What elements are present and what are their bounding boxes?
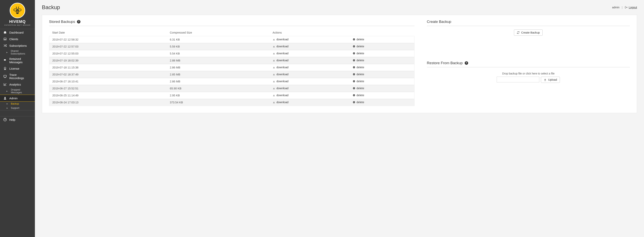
download-link[interactable]: download: [272, 94, 288, 97]
delete-icon: [353, 80, 355, 82]
download-label: download: [276, 38, 288, 41]
sidebar-sub-label: Dropped Messages: [11, 88, 32, 94]
help-badge-icon[interactable]: ?: [77, 20, 80, 24]
delete-link[interactable]: delete: [353, 101, 364, 104]
delete-link[interactable]: delete: [353, 94, 364, 97]
download-link[interactable]: download: [272, 52, 288, 55]
svg-rect-11: [4, 75, 6, 77]
delete-link[interactable]: delete: [353, 52, 364, 55]
sidebar-item-label: Trace Recordings: [9, 73, 32, 80]
download-link[interactable]: download: [272, 38, 288, 41]
cell-start-date: 2019-06-24 17:03:13: [49, 99, 167, 106]
dropzone-label: Drop backup file or click here to select…: [427, 72, 630, 75]
help-badge-icon[interactable]: ?: [465, 61, 468, 65]
delete-link[interactable]: delete: [353, 66, 364, 69]
download-icon: [272, 101, 275, 104]
download-link[interactable]: download: [272, 80, 288, 83]
download-link[interactable]: download: [272, 87, 288, 90]
file-drop-input[interactable]: [497, 76, 539, 82]
delete-link[interactable]: delete: [353, 45, 364, 48]
download-label: download: [276, 94, 288, 97]
sidebar: HIVEMQ ENTERPRISE MQTT BROKER Dashboard …: [0, 0, 35, 237]
sidebar-item-analytics[interactable]: Analytics: [0, 81, 35, 88]
laptop-icon: [3, 37, 7, 41]
logout-label: Logout: [629, 6, 637, 9]
cell-compressed-size: 2.86 MB: [167, 64, 270, 71]
cell-compressed-size: 5.59 KB: [167, 43, 270, 50]
download-link[interactable]: download: [272, 66, 288, 69]
svg-rect-9: [4, 38, 6, 40]
cell-action-download: download: [270, 43, 350, 50]
cell-action-delete: delete: [350, 57, 414, 64]
sidebar-item-retained-messages[interactable]: Retained Messages: [0, 56, 35, 65]
download-link[interactable]: download: [272, 73, 288, 76]
delete-label: delete: [356, 59, 364, 62]
svg-point-8: [18, 6, 19, 7]
table-row: 2019-06-27 16:10:412.86 MBdownloaddelete: [49, 78, 414, 85]
download-icon: [272, 94, 275, 96]
delete-link[interactable]: delete: [353, 73, 364, 76]
delete-label: delete: [356, 45, 364, 48]
logout-link[interactable]: Logout: [625, 6, 637, 9]
delete-icon: [353, 73, 355, 76]
download-label: download: [276, 66, 288, 69]
col-start-date: Start Date: [49, 30, 167, 36]
sidebar-item-label: Help: [9, 118, 15, 122]
main-nav: Dashboard Clients Subscriptions ▶ Shared…: [0, 29, 35, 110]
delete-icon: [353, 52, 355, 55]
cell-compressed-size: 6.31 KB: [167, 36, 270, 43]
sidebar-item-license[interactable]: License: [0, 65, 35, 72]
logout-icon: [625, 6, 628, 9]
create-backup-title-row: Create Backup: [427, 20, 630, 26]
create-backup-button[interactable]: Create Backup: [514, 30, 542, 36]
sidebar-sub-dropped-messages[interactable]: ▶ Dropped Messages: [0, 88, 35, 95]
download-link[interactable]: download: [272, 101, 288, 104]
download-link[interactable]: download: [272, 45, 288, 48]
shuffle-icon: [3, 44, 7, 48]
display-icon: [3, 74, 7, 78]
delete-icon: [353, 45, 355, 48]
svg-rect-2: [16, 12, 19, 12]
create-backup-row: Create Backup: [427, 26, 630, 44]
svg-point-14: [5, 120, 5, 121]
sidebar-item-dashboard[interactable]: Dashboard: [0, 29, 35, 36]
table-row: 2019-06-24 17:03:13373.54 KBdownloaddele…: [49, 99, 414, 106]
dropzone: Upload: [427, 76, 630, 83]
delete-link[interactable]: delete: [353, 80, 364, 83]
download-icon: [272, 38, 275, 41]
create-backup-label: Create Backup: [521, 31, 540, 34]
upload-button[interactable]: Upload: [541, 76, 560, 83]
sidebar-item-help[interactable]: Help: [0, 116, 35, 123]
page-title: Backup: [42, 4, 612, 10]
delete-link[interactable]: delete: [353, 38, 364, 41]
delete-icon: [353, 87, 355, 90]
cell-action-download: download: [270, 71, 350, 78]
section-title: Create Backup: [427, 20, 451, 24]
delete-icon: [353, 59, 355, 62]
sidebar-sub-backup[interactable]: ▶ Backup: [0, 102, 35, 106]
download-label: download: [276, 101, 288, 104]
sidebar-item-trace-recordings[interactable]: Trace Recordings: [0, 72, 35, 81]
sidebar-item-subscriptions[interactable]: Subscriptions: [0, 42, 35, 49]
table-row: 2019-07-19 18:02:392.88 MBdownloaddelete: [49, 57, 414, 64]
table-row: 2019-07-22 12:55:035.54 KBdownloaddelete: [49, 50, 414, 57]
download-icon: [272, 80, 275, 82]
sidebar-item-label: Admin: [9, 96, 18, 100]
cell-action-delete: delete: [350, 36, 414, 43]
sidebar-sub-support[interactable]: ▶ Support: [0, 106, 35, 110]
delete-label: delete: [356, 52, 364, 55]
cell-action-download: download: [270, 36, 350, 43]
download-label: download: [276, 87, 288, 90]
col-actions: Actions: [270, 30, 414, 36]
delete-link[interactable]: delete: [353, 59, 364, 62]
cell-start-date: 2019-07-18 11:15:38: [49, 64, 167, 71]
cell-start-date: 2019-07-22 12:58:32: [49, 36, 167, 43]
delete-link[interactable]: delete: [353, 87, 364, 90]
logo: HIVEMQ ENTERPRISE MQTT BROKER: [0, 0, 35, 28]
sidebar-item-clients[interactable]: Clients: [0, 36, 35, 42]
sidebar-sub-shared-subscriptions[interactable]: ▶ Shared Subscriptions: [0, 49, 35, 56]
brand-tagline: ENTERPRISE MQTT BROKER: [4, 24, 30, 26]
table-row: 2019-07-02 18:37:492.85 MBdownloaddelete: [49, 71, 414, 78]
sidebar-item-admin[interactable]: Admin: [0, 95, 35, 102]
download-link[interactable]: download: [272, 59, 288, 62]
